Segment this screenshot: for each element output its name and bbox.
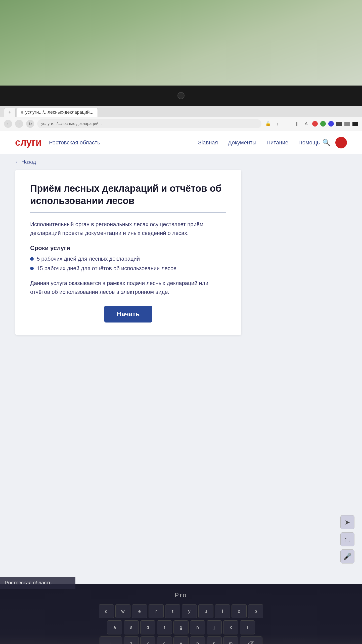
key-i[interactable]: i (215, 604, 230, 618)
refresh-icon[interactable]: ↑ (274, 120, 281, 127)
square-icon3 (352, 122, 358, 126)
list-item: 15 рабочих дней для отчётов об использов… (30, 265, 226, 272)
keyboard-row-2: a s d f g h j k l (68, 620, 294, 634)
key-u[interactable]: u (198, 604, 213, 618)
site-logo: слуги (15, 137, 41, 148)
key-y[interactable]: y (182, 604, 197, 618)
circle-blue-icon (328, 121, 334, 127)
bullet-dot (30, 257, 34, 261)
circle-red-icon (312, 121, 318, 127)
new-tab-icon: + (8, 109, 11, 115)
square-icon2 (344, 122, 350, 126)
list-item: 5 рабочих дней для лесных деклараций (30, 256, 226, 262)
apply-button[interactable]: Начать (104, 306, 152, 323)
key-r[interactable]: r (149, 604, 164, 618)
browser-tabs: + услуги.../...лесных-деклараций... (0, 106, 362, 117)
key-g[interactable]: g (173, 620, 189, 634)
forward-button[interactable]: → (15, 120, 23, 128)
browser-tab-new[interactable]: + (4, 108, 16, 117)
key-f[interactable]: f (157, 620, 172, 634)
site-region: Ростовская область (49, 139, 100, 146)
webcam-bar (0, 86, 362, 106)
tab-favicon (21, 111, 23, 114)
nav-help[interactable]: Помощь (298, 139, 320, 146)
key-p[interactable]: p (248, 604, 263, 618)
send-float-button[interactable]: ➤ (340, 515, 354, 529)
key-d[interactable]: d (140, 620, 155, 634)
text-icon: A (303, 120, 310, 127)
key-h[interactable]: h (190, 620, 205, 634)
keyboard-brand-label: Pro (175, 592, 187, 599)
mic-float-button[interactable]: 🎤 (340, 549, 354, 564)
floating-buttons: ➤ ↑↓ 🎤 (340, 515, 354, 564)
key-q[interactable]: q (99, 604, 114, 618)
browser-toolbar-icons: 🔒 ↑ ! ∥ A (264, 120, 358, 127)
key-j[interactable]: j (207, 620, 222, 634)
search-icon[interactable]: 🔍 (322, 139, 330, 146)
tab-label: услуги.../...лесных-деклараций... (25, 110, 94, 115)
service-terms-list: 5 рабочих дней для лесных деклараций 15 … (30, 256, 226, 272)
key-k[interactable]: k (223, 620, 238, 634)
service-note: Данная услуга оказывается в рамках подач… (30, 279, 226, 296)
refresh-button[interactable]: ↻ (26, 120, 34, 128)
service-divider (30, 212, 226, 213)
site-wrapper: слуги Ростовская область Зlaвная Докумен… (0, 131, 362, 584)
site-navigation: Зlaвная Документы Питание Помощь (198, 139, 320, 146)
nav-docs[interactable]: Документы (228, 139, 256, 146)
sort-float-button[interactable]: ↑↓ (340, 532, 354, 546)
browser-tab-active[interactable]: услуги.../...лесных-деклараций... (17, 108, 98, 117)
breadcrumb-link[interactable]: ← Назад (15, 159, 36, 165)
term-item-1: 5 рабочих дней для лесных деклараций (37, 256, 140, 262)
alert-icon: ! (284, 120, 291, 127)
url-text: услуги.../...лесных-деклараций... (41, 122, 102, 126)
photo-background (0, 0, 362, 86)
nav-food[interactable]: Питание (266, 139, 288, 146)
service-card: Приём лесных деклараций и отчётов об исп… (15, 170, 241, 335)
address-input[interactable]: услуги.../...лесных-деклараций... (37, 119, 261, 128)
keyboard-row-1: q w e r t y u i o p (68, 604, 294, 618)
service-description: Исполнительный орган в региональных леса… (30, 220, 226, 237)
lock-icon: 🔒 (264, 120, 272, 127)
user-avatar[interactable] (335, 137, 347, 148)
bullet-dot (30, 267, 34, 270)
address-bar: ← → ↻ услуги.../...лесных-деклараций... … (0, 117, 362, 131)
status-bar: Ростовская область (0, 577, 75, 589)
laptop-wrapper: + услуги.../...лесных-деклараций... ← → … (0, 0, 362, 644)
pause-icon: ∥ (293, 120, 300, 127)
site-header: слуги Ростовская область Зlaвная Докумен… (0, 131, 362, 154)
key-a[interactable]: a (107, 620, 122, 634)
key-o[interactable]: o (232, 604, 247, 618)
key-e[interactable]: e (132, 604, 147, 618)
breadcrumb: ← Назад (0, 154, 362, 170)
circle-green-icon (320, 121, 326, 127)
term-item-2: 15 рабочих дней для отчётов об использов… (37, 265, 176, 272)
back-button[interactable]: ← (4, 120, 12, 128)
nav-home[interactable]: Зlaвная (198, 139, 218, 146)
key-s[interactable]: s (124, 620, 139, 634)
content-area: Приём лесных деклараций и отчётов об исп… (0, 170, 327, 335)
service-title: Приём лесных деклараций и отчётов об исп… (30, 182, 226, 207)
hands-overlay (0, 634, 362, 644)
browser-chrome: + услуги.../...лесных-деклараций... ← → … (0, 106, 362, 131)
key-w[interactable]: w (115, 604, 130, 618)
webcam-dot (177, 92, 185, 99)
keyboard-area: Pro q w e r t y u i o p a s d f g (0, 584, 362, 644)
key-t[interactable]: t (165, 604, 180, 618)
square-icon1 (336, 122, 342, 126)
service-terms-title: Сроки услуги (30, 245, 226, 252)
key-l[interactable]: l (240, 620, 255, 634)
